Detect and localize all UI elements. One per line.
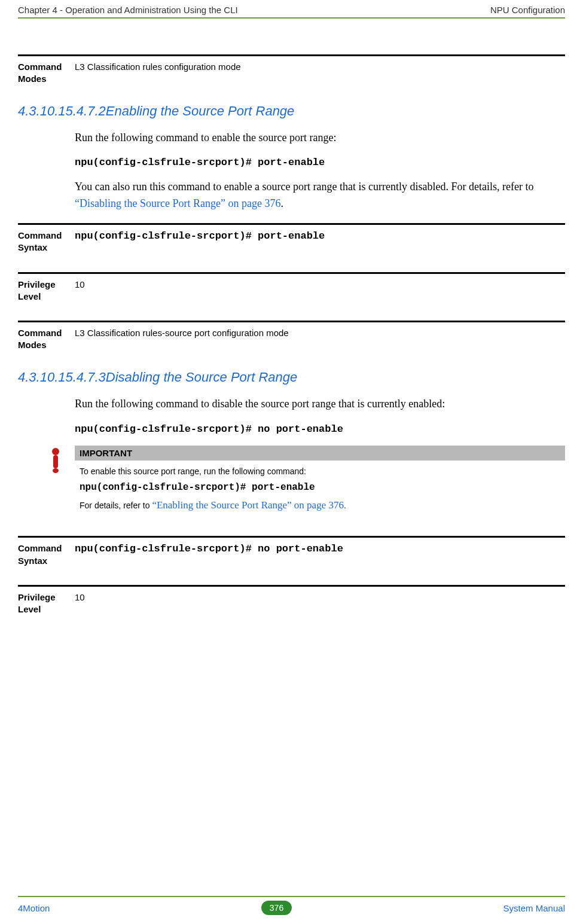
privilege-level-value: 10 xyxy=(75,279,565,303)
page-header: Chapter 4 - Operation and Administration… xyxy=(0,0,583,17)
svg-rect-1 xyxy=(53,455,58,468)
important-command: npu(config-clsfrule-srcport)# port-enabl… xyxy=(80,480,560,495)
disabling-link[interactable]: “Disabling the Source Port Range” on pag… xyxy=(75,197,280,209)
command-modes-label-2: Command Modes xyxy=(18,327,75,352)
svg-point-2 xyxy=(53,468,59,473)
important-line2-prefix: For details, refer to xyxy=(80,501,152,510)
command-syntax-block-2: Command Syntax npu(config-clsfrule-srcpo… xyxy=(18,536,565,567)
privilege-level-block-1: Privilege Level 10 xyxy=(18,272,565,303)
header-left: Chapter 4 - Operation and Administration… xyxy=(18,5,238,15)
para2-suffix: . xyxy=(280,197,283,209)
section2-para1: Run the following command to disable the… xyxy=(75,396,565,413)
important-box: IMPORTANT To enable this source port ran… xyxy=(75,446,565,519)
important-callout: IMPORTANT To enable this source port ran… xyxy=(51,446,565,519)
section-title: Enabling the Source Port Range xyxy=(106,103,295,118)
page-number-badge: 376 xyxy=(261,901,292,915)
command-syntax-label-2: Command Syntax xyxy=(18,542,75,567)
important-header: IMPORTANT xyxy=(75,446,565,461)
para2-prefix: You can also run this command to enable … xyxy=(75,181,533,193)
section1-para2: You can also run this command to enable … xyxy=(75,179,565,212)
section1-command: npu(config-clsfrule-srcport)# port-enabl… xyxy=(75,157,565,168)
section-heading-disable: 4.3.10.15.4.7.3Disabling the Source Port… xyxy=(18,370,565,385)
section2-command: npu(config-clsfrule-srcport)# no port-en… xyxy=(75,423,565,435)
important-icon xyxy=(51,446,75,519)
footer-row: 4Motion 376 System Manual xyxy=(18,901,565,915)
section1-para1: Run the following command to enable the … xyxy=(75,130,565,147)
page-content: Command Modes L3 Classification rules co… xyxy=(0,19,583,615)
section2-number: 4.3.10.15.4.7.3 xyxy=(18,370,106,385)
command-modes-label: Command Modes xyxy=(18,61,75,86)
command-modes-block-2: Command Modes L3 Classification rules-so… xyxy=(18,321,565,352)
svg-point-0 xyxy=(52,448,59,455)
command-syntax-value-2: npu(config-clsfrule-srcport)# no port-en… xyxy=(75,542,565,567)
enabling-link[interactable]: “Enabling the Source Port Range” on page… xyxy=(152,499,344,511)
command-modes-block-1: Command Modes L3 Classification rules co… xyxy=(18,54,565,86)
section-number: 4.3.10.15.4.7.2 xyxy=(18,103,106,118)
command-syntax-value: npu(config-clsfrule-srcport)# port-enabl… xyxy=(75,230,565,254)
privilege-level-value-2: 10 xyxy=(75,591,565,616)
section2-title: Disabling the Source Port Range xyxy=(106,370,297,385)
footer-rule xyxy=(18,896,565,897)
important-body: To enable this source port range, run th… xyxy=(75,461,565,519)
command-syntax-label: Command Syntax xyxy=(18,230,75,254)
footer-right: System Manual xyxy=(503,903,565,913)
command-syntax-block-1: Command Syntax npu(config-clsfrule-srcpo… xyxy=(18,223,565,254)
command-modes-value-2: L3 Classification rules-source port conf… xyxy=(75,327,565,352)
page-footer: 4Motion 376 System Manual xyxy=(0,896,583,924)
header-right: NPU Configuration xyxy=(490,5,565,15)
important-line1: To enable this source port range, run th… xyxy=(80,466,306,476)
footer-left: 4Motion xyxy=(18,903,50,913)
important-line2-suffix: . xyxy=(344,501,346,510)
privilege-level-label: Privilege Level xyxy=(18,279,75,303)
privilege-level-label-2: Privilege Level xyxy=(18,591,75,616)
section-heading-enable: 4.3.10.15.4.7.2Enabling the Source Port … xyxy=(18,103,565,119)
command-modes-value: L3 Classification rules configuration mo… xyxy=(75,61,565,86)
privilege-level-block-2: Privilege Level 10 xyxy=(18,585,565,616)
